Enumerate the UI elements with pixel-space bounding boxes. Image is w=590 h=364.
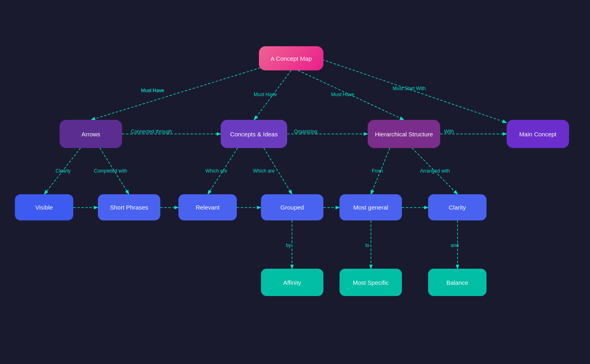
label-root-main: Must Start With bbox=[393, 86, 426, 91]
label-root-arrows2: Must Have bbox=[141, 88, 164, 93]
node-affinity-label: Affinity bbox=[283, 279, 301, 286]
svg-line-9 bbox=[100, 148, 129, 194]
svg-line-4 bbox=[322, 60, 507, 123]
svg-line-12 bbox=[371, 148, 390, 194]
node-relevant[interactable]: Relevant bbox=[178, 194, 237, 220]
node-short-phrases-label: Short Phrases bbox=[110, 204, 148, 211]
node-visible-label: Visible bbox=[35, 204, 53, 211]
svg-line-11 bbox=[264, 148, 292, 194]
label-concepts-relevant: Which are bbox=[205, 168, 227, 174]
svg-line-10 bbox=[208, 148, 238, 194]
label-arrows-visible: Clearly bbox=[56, 168, 70, 174]
node-root-label: A Concept Map bbox=[271, 55, 312, 62]
node-root[interactable]: A Concept Map bbox=[259, 46, 323, 70]
node-concepts-label: Concepts & Ideas bbox=[230, 131, 277, 138]
svg-line-2 bbox=[254, 70, 291, 120]
node-affinity[interactable]: Affinity bbox=[261, 269, 323, 296]
node-most-general-label: Most general bbox=[353, 204, 388, 211]
node-grouped[interactable]: Grouped bbox=[261, 194, 323, 220]
label-root-concepts: Must Have bbox=[254, 92, 277, 97]
node-clarity[interactable]: Clarity bbox=[428, 194, 486, 220]
node-main-concept-label: Main Concept bbox=[519, 131, 557, 138]
node-hierarchical-label: Hierarchical Structure bbox=[375, 131, 433, 138]
label-hier-most-general: From bbox=[372, 168, 383, 174]
node-relevant-label: Relevant bbox=[196, 204, 219, 211]
node-arrows-label: Arrows bbox=[81, 131, 100, 138]
node-most-specific[interactable]: Most Specific bbox=[340, 269, 402, 296]
label-arrows-concepts: Connected through bbox=[131, 129, 172, 134]
label-mostgeneral-mostspecific: to bbox=[365, 243, 369, 248]
node-balance-label: Balance bbox=[446, 279, 468, 286]
svg-line-13 bbox=[412, 148, 458, 194]
node-concepts[interactable]: Concepts & Ideas bbox=[221, 120, 287, 148]
node-short-phrases[interactable]: Short Phrases bbox=[98, 194, 160, 220]
node-main-concept[interactable]: Main Concept bbox=[507, 120, 569, 148]
label-root-hierarchical: Must Have bbox=[331, 92, 354, 97]
label-hier-clarity: Arranged with bbox=[420, 168, 450, 174]
label-hierarchical-main: With bbox=[444, 129, 454, 134]
node-grouped-label: Grouped bbox=[280, 204, 304, 211]
label-arrows-short: Completed with bbox=[94, 168, 127, 174]
node-visible[interactable]: Visible bbox=[15, 194, 73, 220]
label-grouped-affinity: by bbox=[286, 243, 291, 248]
svg-line-3 bbox=[298, 70, 404, 120]
node-most-general[interactable]: Most general bbox=[340, 194, 402, 220]
label-concepts-grouped: Which are bbox=[253, 168, 275, 174]
node-hierarchical[interactable]: Hierarchical Structure bbox=[368, 120, 440, 148]
concept-map: Must Have Must Have Must Have Must Have … bbox=[0, 0, 590, 364]
label-root-arrows: Must Have bbox=[141, 88, 164, 93]
svg-line-8 bbox=[44, 148, 81, 194]
label-concepts-hierarchical: Organizing bbox=[294, 129, 317, 134]
label-clarity-balance: and bbox=[451, 243, 459, 248]
node-clarity-label: Clarity bbox=[449, 204, 466, 211]
node-balance[interactable]: Balance bbox=[428, 269, 486, 296]
node-arrows[interactable]: Arrows bbox=[60, 120, 122, 148]
node-most-specific-label: Most Specific bbox=[353, 279, 389, 286]
